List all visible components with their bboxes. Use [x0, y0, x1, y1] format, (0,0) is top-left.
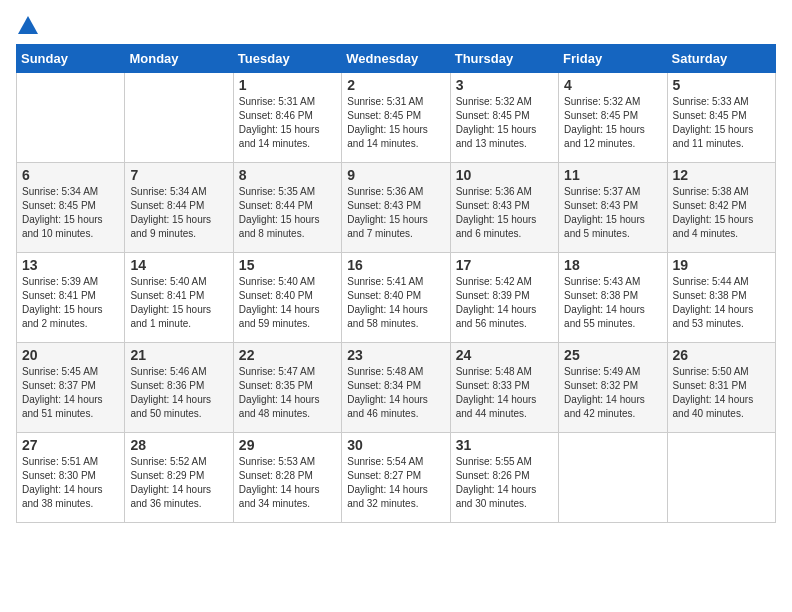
- weekday-header: Saturday: [667, 45, 775, 73]
- cell-info: Sunrise: 5:35 AMSunset: 8:44 PMDaylight:…: [239, 185, 336, 241]
- cell-info: Sunrise: 5:34 AMSunset: 8:44 PMDaylight:…: [130, 185, 227, 241]
- day-number: 23: [347, 347, 444, 363]
- calendar-cell: 15Sunrise: 5:40 AMSunset: 8:40 PMDayligh…: [233, 253, 341, 343]
- cell-info: Sunrise: 5:32 AMSunset: 8:45 PMDaylight:…: [564, 95, 661, 151]
- cell-info: Sunrise: 5:31 AMSunset: 8:46 PMDaylight:…: [239, 95, 336, 151]
- calendar-cell: [667, 433, 775, 523]
- calendar-cell: 7Sunrise: 5:34 AMSunset: 8:44 PMDaylight…: [125, 163, 233, 253]
- cell-info: Sunrise: 5:37 AMSunset: 8:43 PMDaylight:…: [564, 185, 661, 241]
- day-number: 15: [239, 257, 336, 273]
- cell-info: Sunrise: 5:49 AMSunset: 8:32 PMDaylight:…: [564, 365, 661, 421]
- day-number: 29: [239, 437, 336, 453]
- calendar-cell: [559, 433, 667, 523]
- day-number: 4: [564, 77, 661, 93]
- weekday-header: Sunday: [17, 45, 125, 73]
- calendar-cell: 23Sunrise: 5:48 AMSunset: 8:34 PMDayligh…: [342, 343, 450, 433]
- calendar-cell: 12Sunrise: 5:38 AMSunset: 8:42 PMDayligh…: [667, 163, 775, 253]
- day-number: 26: [673, 347, 770, 363]
- day-number: 27: [22, 437, 119, 453]
- cell-info: Sunrise: 5:55 AMSunset: 8:26 PMDaylight:…: [456, 455, 553, 511]
- cell-info: Sunrise: 5:36 AMSunset: 8:43 PMDaylight:…: [347, 185, 444, 241]
- calendar-cell: 4Sunrise: 5:32 AMSunset: 8:45 PMDaylight…: [559, 73, 667, 163]
- day-number: 10: [456, 167, 553, 183]
- day-number: 30: [347, 437, 444, 453]
- calendar-table: SundayMondayTuesdayWednesdayThursdayFrid…: [16, 44, 776, 523]
- day-number: 31: [456, 437, 553, 453]
- calendar-cell: [17, 73, 125, 163]
- calendar-cell: 22Sunrise: 5:47 AMSunset: 8:35 PMDayligh…: [233, 343, 341, 433]
- cell-info: Sunrise: 5:39 AMSunset: 8:41 PMDaylight:…: [22, 275, 119, 331]
- cell-info: Sunrise: 5:52 AMSunset: 8:29 PMDaylight:…: [130, 455, 227, 511]
- day-number: 12: [673, 167, 770, 183]
- cell-info: Sunrise: 5:48 AMSunset: 8:34 PMDaylight:…: [347, 365, 444, 421]
- day-number: 22: [239, 347, 336, 363]
- calendar-cell: 13Sunrise: 5:39 AMSunset: 8:41 PMDayligh…: [17, 253, 125, 343]
- calendar-cell: 5Sunrise: 5:33 AMSunset: 8:45 PMDaylight…: [667, 73, 775, 163]
- calendar-cell: 28Sunrise: 5:52 AMSunset: 8:29 PMDayligh…: [125, 433, 233, 523]
- cell-info: Sunrise: 5:51 AMSunset: 8:30 PMDaylight:…: [22, 455, 119, 511]
- cell-info: Sunrise: 5:31 AMSunset: 8:45 PMDaylight:…: [347, 95, 444, 151]
- calendar-cell: 21Sunrise: 5:46 AMSunset: 8:36 PMDayligh…: [125, 343, 233, 433]
- cell-info: Sunrise: 5:34 AMSunset: 8:45 PMDaylight:…: [22, 185, 119, 241]
- cell-info: Sunrise: 5:53 AMSunset: 8:28 PMDaylight:…: [239, 455, 336, 511]
- weekday-header: Friday: [559, 45, 667, 73]
- day-number: 9: [347, 167, 444, 183]
- logo-triangle-icon: [18, 16, 38, 34]
- day-number: 11: [564, 167, 661, 183]
- calendar-cell: 18Sunrise: 5:43 AMSunset: 8:38 PMDayligh…: [559, 253, 667, 343]
- calendar-cell: 25Sunrise: 5:49 AMSunset: 8:32 PMDayligh…: [559, 343, 667, 433]
- calendar-cell: 9Sunrise: 5:36 AMSunset: 8:43 PMDaylight…: [342, 163, 450, 253]
- calendar-cell: [125, 73, 233, 163]
- day-number: 8: [239, 167, 336, 183]
- cell-info: Sunrise: 5:32 AMSunset: 8:45 PMDaylight:…: [456, 95, 553, 151]
- cell-info: Sunrise: 5:33 AMSunset: 8:45 PMDaylight:…: [673, 95, 770, 151]
- logo: [16, 16, 38, 32]
- cell-info: Sunrise: 5:43 AMSunset: 8:38 PMDaylight:…: [564, 275, 661, 331]
- day-number: 24: [456, 347, 553, 363]
- cell-info: Sunrise: 5:40 AMSunset: 8:41 PMDaylight:…: [130, 275, 227, 331]
- cell-info: Sunrise: 5:54 AMSunset: 8:27 PMDaylight:…: [347, 455, 444, 511]
- calendar-cell: 11Sunrise: 5:37 AMSunset: 8:43 PMDayligh…: [559, 163, 667, 253]
- weekday-header: Monday: [125, 45, 233, 73]
- weekday-header: Tuesday: [233, 45, 341, 73]
- cell-info: Sunrise: 5:41 AMSunset: 8:40 PMDaylight:…: [347, 275, 444, 331]
- day-number: 13: [22, 257, 119, 273]
- day-number: 3: [456, 77, 553, 93]
- day-number: 28: [130, 437, 227, 453]
- calendar-cell: 27Sunrise: 5:51 AMSunset: 8:30 PMDayligh…: [17, 433, 125, 523]
- day-number: 1: [239, 77, 336, 93]
- cell-info: Sunrise: 5:46 AMSunset: 8:36 PMDaylight:…: [130, 365, 227, 421]
- calendar-cell: 19Sunrise: 5:44 AMSunset: 8:38 PMDayligh…: [667, 253, 775, 343]
- day-number: 25: [564, 347, 661, 363]
- day-number: 19: [673, 257, 770, 273]
- calendar-cell: 31Sunrise: 5:55 AMSunset: 8:26 PMDayligh…: [450, 433, 558, 523]
- weekday-header: Wednesday: [342, 45, 450, 73]
- day-number: 14: [130, 257, 227, 273]
- cell-info: Sunrise: 5:44 AMSunset: 8:38 PMDaylight:…: [673, 275, 770, 331]
- day-number: 17: [456, 257, 553, 273]
- calendar-cell: 17Sunrise: 5:42 AMSunset: 8:39 PMDayligh…: [450, 253, 558, 343]
- day-number: 16: [347, 257, 444, 273]
- calendar-cell: 10Sunrise: 5:36 AMSunset: 8:43 PMDayligh…: [450, 163, 558, 253]
- calendar-cell: 1Sunrise: 5:31 AMSunset: 8:46 PMDaylight…: [233, 73, 341, 163]
- cell-info: Sunrise: 5:38 AMSunset: 8:42 PMDaylight:…: [673, 185, 770, 241]
- cell-info: Sunrise: 5:45 AMSunset: 8:37 PMDaylight:…: [22, 365, 119, 421]
- day-number: 21: [130, 347, 227, 363]
- calendar-cell: 20Sunrise: 5:45 AMSunset: 8:37 PMDayligh…: [17, 343, 125, 433]
- calendar-cell: 8Sunrise: 5:35 AMSunset: 8:44 PMDaylight…: [233, 163, 341, 253]
- calendar-cell: 3Sunrise: 5:32 AMSunset: 8:45 PMDaylight…: [450, 73, 558, 163]
- day-number: 20: [22, 347, 119, 363]
- cell-info: Sunrise: 5:47 AMSunset: 8:35 PMDaylight:…: [239, 365, 336, 421]
- calendar-cell: 26Sunrise: 5:50 AMSunset: 8:31 PMDayligh…: [667, 343, 775, 433]
- day-number: 18: [564, 257, 661, 273]
- day-number: 5: [673, 77, 770, 93]
- calendar-cell: 29Sunrise: 5:53 AMSunset: 8:28 PMDayligh…: [233, 433, 341, 523]
- cell-info: Sunrise: 5:40 AMSunset: 8:40 PMDaylight:…: [239, 275, 336, 331]
- weekday-header: Thursday: [450, 45, 558, 73]
- calendar-cell: 24Sunrise: 5:48 AMSunset: 8:33 PMDayligh…: [450, 343, 558, 433]
- calendar-cell: 30Sunrise: 5:54 AMSunset: 8:27 PMDayligh…: [342, 433, 450, 523]
- calendar-cell: 2Sunrise: 5:31 AMSunset: 8:45 PMDaylight…: [342, 73, 450, 163]
- cell-info: Sunrise: 5:48 AMSunset: 8:33 PMDaylight:…: [456, 365, 553, 421]
- cell-info: Sunrise: 5:50 AMSunset: 8:31 PMDaylight:…: [673, 365, 770, 421]
- cell-info: Sunrise: 5:42 AMSunset: 8:39 PMDaylight:…: [456, 275, 553, 331]
